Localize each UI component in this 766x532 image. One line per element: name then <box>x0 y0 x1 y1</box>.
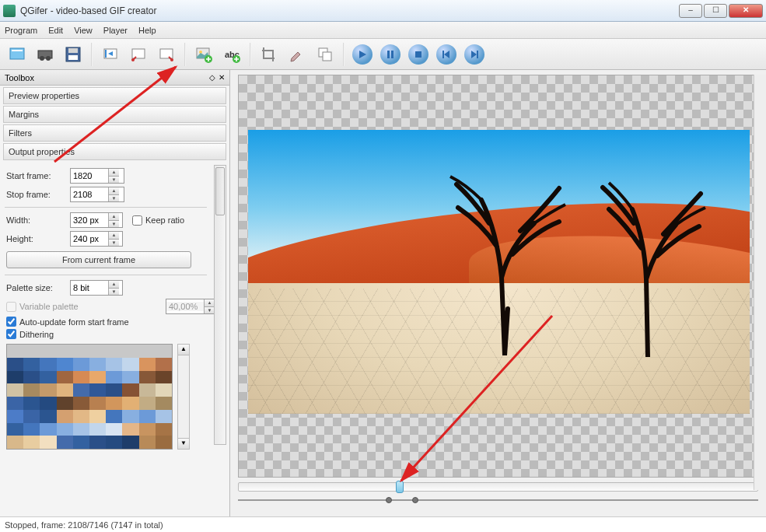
pause-button[interactable] <box>378 42 403 67</box>
toolbox-close-icon[interactable]: ✕ <box>219 73 225 82</box>
stop-frame-spinner[interactable]: ▲▼ <box>70 187 124 202</box>
set-start-frame-button[interactable] <box>98 42 123 67</box>
status-text: Stopped, frame: 2108/7146 (7147 in total… <box>5 520 163 530</box>
range-start-handle[interactable] <box>386 497 392 503</box>
menu-player[interactable]: Player <box>103 26 128 35</box>
svg-rect-18 <box>323 52 331 61</box>
stop-button[interactable] <box>406 42 431 67</box>
close-button[interactable]: ✕ <box>729 4 763 18</box>
preview-canvas <box>238 75 760 478</box>
preview-scrollbar[interactable] <box>754 75 766 490</box>
dock-toggle-icon[interactable]: ◇ <box>209 73 215 82</box>
svg-point-2 <box>40 56 44 61</box>
toolbar: abc <box>0 39 766 70</box>
brush-button[interactable] <box>285 42 310 67</box>
menu-view[interactable]: View <box>74 26 93 35</box>
height-label: Height: <box>6 234 65 243</box>
play-button[interactable] <box>350 42 375 67</box>
svg-point-9 <box>131 58 135 61</box>
width-spinner[interactable]: ▲▼ <box>70 212 123 228</box>
menu-edit[interactable]: Edit <box>48 26 63 35</box>
svg-rect-10 <box>160 49 173 58</box>
width-label: Width: <box>6 215 65 225</box>
crop-button[interactable] <box>257 42 282 67</box>
variable-palette-checkbox <box>6 302 16 312</box>
timeline-handle[interactable] <box>396 481 404 493</box>
height-spinner[interactable]: ▲▼ <box>70 231 123 247</box>
open-video-button[interactable] <box>33 42 58 67</box>
menu-help[interactable]: Help <box>138 26 156 35</box>
section-filters[interactable]: Filters <box>3 124 226 142</box>
section-output-properties[interactable]: Output properties <box>3 143 226 160</box>
menubar: Program Edit View Player Help <box>0 22 766 39</box>
dithering-checkbox[interactable] <box>6 329 16 339</box>
toolbox-titlebar: Toolbox ◇ ✕ <box>0 70 229 86</box>
prev-frame-button[interactable] <box>434 42 459 67</box>
range-slider[interactable] <box>238 498 758 502</box>
range-end-handle[interactable] <box>412 497 418 503</box>
maximize-button[interactable]: ☐ <box>704 4 727 18</box>
svg-point-3 <box>46 56 51 61</box>
svg-point-11 <box>170 58 173 61</box>
section-margins[interactable]: Margins <box>3 106 226 123</box>
copy-frame-button[interactable] <box>313 42 338 67</box>
start-frame-spinner[interactable]: ▲▼ <box>70 168 124 184</box>
svg-rect-20 <box>391 51 393 58</box>
video-frame <box>248 130 750 414</box>
new-project-button[interactable] <box>5 42 30 67</box>
svg-rect-21 <box>415 51 421 58</box>
minimize-button[interactable]: – <box>679 4 702 18</box>
menu-program[interactable]: Program <box>5 26 37 35</box>
keep-ratio-checkbox[interactable] <box>132 215 142 226</box>
mark-in-button[interactable] <box>126 42 151 67</box>
svg-rect-8 <box>132 49 145 58</box>
mark-out-button[interactable] <box>154 42 179 67</box>
status-bar: Stopped, frame: 2108/7146 (7147 in total… <box>0 516 766 532</box>
palette-size-label: Palette size: <box>6 283 65 292</box>
start-frame-label: Start frame: <box>6 171 65 180</box>
preview-area <box>230 70 766 516</box>
svg-rect-22 <box>442 51 444 58</box>
svg-rect-23 <box>477 51 478 58</box>
add-text-button[interactable]: abc <box>219 42 244 67</box>
save-button[interactable] <box>61 42 86 67</box>
autoupdate-checkbox[interactable] <box>6 317 16 327</box>
palette-size-spinner[interactable]: ▲▼ <box>70 280 123 296</box>
timeline-slider[interactable] <box>238 482 758 492</box>
svg-rect-19 <box>387 51 390 58</box>
from-current-frame-button[interactable]: From current frame <box>6 251 191 268</box>
titlebar: QGifer - video-based GIF creator – ☐ ✕ <box>0 0 766 22</box>
svg-rect-6 <box>68 55 78 60</box>
svg-rect-5 <box>68 48 78 53</box>
palette-preview <box>6 344 173 450</box>
add-image-button[interactable] <box>191 42 216 67</box>
palette-scrollbar[interactable]: ▲▼ <box>177 344 190 450</box>
section-preview-properties[interactable]: Preview properties <box>3 87 226 104</box>
window-title: QGifer - video-based GIF creator <box>20 5 679 16</box>
toolbox-panel: Toolbox ◇ ✕ Preview properties Margins F… <box>0 70 230 516</box>
app-icon <box>3 5 16 17</box>
toolbox-scrollbar[interactable] <box>214 165 226 445</box>
stop-frame-label: Stop frame: <box>6 190 65 199</box>
next-frame-button[interactable] <box>462 42 487 67</box>
